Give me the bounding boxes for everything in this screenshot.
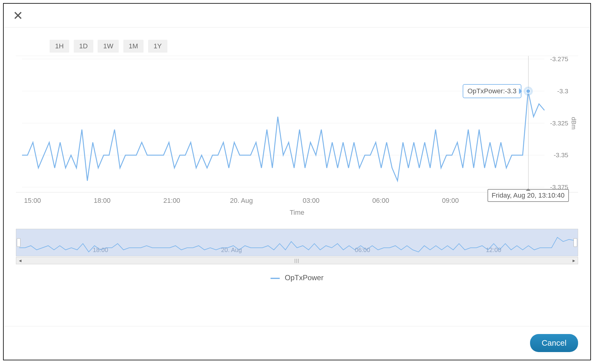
crosshair-line — [528, 56, 529, 190]
scroll-right-icon[interactable]: ► — [572, 258, 576, 263]
y-tick-label: -3.275 — [550, 55, 568, 63]
modal-footer: Cancel — [4, 326, 590, 360]
y-tick-label: -3.35 — [554, 151, 568, 159]
scroll-grip-icon[interactable]: ||| — [294, 258, 300, 263]
navigator-handle-right[interactable] — [573, 238, 577, 247]
x-tick-label: 20. Aug — [230, 197, 253, 205]
navigator-handle-left[interactable] — [17, 238, 21, 247]
range-1h-button[interactable]: 1H — [50, 40, 69, 53]
range-1m-button[interactable]: 1M — [123, 40, 144, 53]
chart-svg — [16, 56, 578, 190]
scroll-left-icon[interactable]: ◄ — [18, 258, 22, 263]
close-icon[interactable]: ✕ — [13, 9, 23, 22]
y-axis-label: dBm — [570, 117, 577, 129]
x-tick-label: 06:00 — [372, 197, 389, 205]
modal-body: 1H 1D 1W 1M 1Y dBm -3.275-3.3-3.325-3.35… — [4, 28, 590, 291]
modal-frame: ✕ 1H 1D 1W 1M 1Y dBm -3.275-3.3-3.325-3.… — [3, 3, 591, 360]
range-1w-button[interactable]: 1W — [98, 40, 119, 53]
x-tick-label: 09:00 — [442, 197, 459, 205]
navigator-tick-label: 06:00 — [355, 247, 370, 254]
main-chart[interactable]: dBm -3.275-3.3-3.325-3.35-3.375OpTxPower… — [16, 56, 578, 190]
x-tick-label: 03:00 — [303, 197, 319, 205]
legend-series-label: OpTxPower — [285, 273, 323, 282]
x-tick-label: 21:00 — [163, 197, 180, 205]
x-tick-label: 15:00 — [24, 197, 41, 205]
tooltip-bubble: OpTxPower:-3.3 — [462, 84, 521, 98]
modal-header: ✕ — [4, 4, 590, 28]
navigator-tick-label: 20. Aug — [221, 247, 242, 254]
x-tick-label: 18:00 — [94, 197, 110, 205]
crosshair-timestamp-label: Friday, Aug 20, 13:10:40 — [488, 189, 569, 202]
navigator-scrollbar[interactable]: ◄ ||| ► — [16, 257, 578, 264]
range-1d-button[interactable]: 1D — [74, 40, 93, 53]
range-1y-button[interactable]: 1Y — [148, 40, 167, 53]
chart-legend[interactable]: OpTxPower — [16, 264, 578, 291]
navigator-tick-label: 12:00 — [486, 247, 501, 254]
time-range-selector: 1H 1D 1W 1M 1Y — [16, 40, 578, 53]
legend-line-icon — [271, 278, 280, 279]
y-tick-label: -3.3 — [557, 87, 568, 95]
navigator-tick-label: 18:00 — [93, 247, 108, 254]
range-navigator[interactable]: 18:0020. Aug06:0012:00 — [16, 229, 578, 256]
cancel-button[interactable]: Cancel — [530, 334, 578, 352]
x-axis-label: Time — [16, 209, 578, 217]
y-tick-label: -3.325 — [550, 120, 568, 127]
